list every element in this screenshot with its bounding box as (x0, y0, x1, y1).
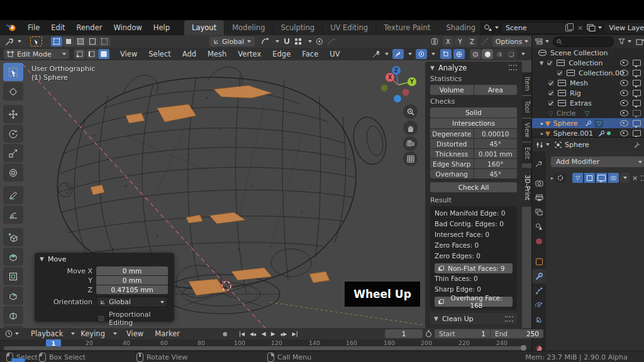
menu-edit[interactable]: Edit (45, 23, 70, 32)
workspace-tab-layout[interactable]: Layout (184, 20, 224, 35)
modifier-drag-handle[interactable] (641, 175, 644, 181)
falloff-curve-icon[interactable] (327, 38, 336, 45)
tab-tool[interactable] (532, 156, 546, 171)
outliner-search-input[interactable] (553, 36, 614, 47)
expand-icon[interactable]: ▸ (541, 121, 543, 126)
tool-transform[interactable] (3, 163, 23, 182)
panel-grip-icon[interactable] (505, 316, 513, 322)
sidebar-tab-3d-print[interactable]: 3D-Print (522, 168, 531, 207)
sidebar-tab-item[interactable]: Item (522, 72, 531, 95)
outliner-row-rig[interactable]: Rig (532, 88, 644, 98)
tool-select-box[interactable] (3, 63, 23, 81)
jump-to-end-button[interactable]: ▶| (292, 331, 297, 337)
collection-checkbox[interactable] (547, 99, 555, 107)
sidebar-tab-edit[interactable]: Edit (522, 143, 531, 163)
disable-viewport-icon[interactable] (633, 120, 641, 126)
tool-annotate[interactable] (3, 186, 23, 204)
vp-menu-face[interactable]: Face (296, 50, 324, 58)
disable-viewport-icon[interactable] (633, 80, 641, 86)
mirror-x-toggle[interactable]: X (443, 36, 453, 47)
properties-editor-icon[interactable] (536, 141, 543, 148)
vp-menu-uv[interactable]: UV (324, 50, 345, 58)
cleanup-panel-header[interactable]: ▼ Clean Up (430, 313, 517, 324)
modifier-delete-icon[interactable]: × (632, 174, 638, 182)
edge-select-icon[interactable] (86, 49, 97, 59)
tab-particles[interactable] (532, 283, 546, 298)
hide-eye-icon[interactable] (620, 60, 628, 66)
pan-hand-button[interactable] (403, 121, 418, 135)
hide-eye-icon[interactable] (620, 100, 628, 106)
hide-eye-icon[interactable] (620, 120, 628, 126)
vp-menu-add[interactable]: Add (177, 50, 202, 58)
frame-end-input[interactable]: End250 (491, 329, 543, 338)
expand-icon[interactable]: ▸ (541, 131, 543, 136)
shading-wireframe-icon[interactable] (470, 49, 481, 59)
area-button[interactable]: Area (474, 85, 518, 95)
scene-copy-icon[interactable] (565, 25, 572, 31)
outliner-filter-chevron-icon[interactable] (628, 40, 631, 43)
select-mode-new-icon[interactable] (51, 36, 62, 47)
transform-orientation-dropdown[interactable]: Global (209, 36, 255, 47)
move-panel-header[interactable]: ▼ Move (35, 253, 174, 265)
snap-toggle-chevron-icon[interactable] (408, 53, 412, 55)
blender-logo-icon[interactable] (6, 23, 17, 32)
properties-editor-chevron-icon[interactable] (546, 143, 550, 146)
move-y-input[interactable]: 0 mm (96, 276, 168, 285)
mode-dropdown[interactable]: Edit Mode (4, 49, 69, 59)
timeline-editor-icon[interactable] (5, 330, 13, 337)
analyze-panel-header[interactable]: ▼ Analyze (425, 62, 522, 74)
outliner-row-sphere[interactable]: ▸ ▼ Sphere ▽ (532, 118, 644, 128)
select-overhang-faces-button[interactable]: Overhang Face: 168 (435, 297, 513, 307)
timeline-menu-playback[interactable]: Playback (25, 329, 69, 338)
modifier-extras-dropdown[interactable] (620, 173, 630, 183)
modifier-expand-icon[interactable]: ▸ (551, 175, 553, 181)
view-layer-icon[interactable] (587, 24, 596, 31)
tool-measure[interactable] (3, 206, 23, 224)
timeline-scroll-handle[interactable] (521, 345, 526, 351)
record-button[interactable]: ● (220, 331, 230, 337)
timeline-menu-marker[interactable]: Marker (149, 329, 186, 338)
modifier-display-onecage-icon[interactable] (584, 173, 595, 183)
move-x-input[interactable]: 0 mm (96, 266, 168, 275)
workspace-tab-modeling[interactable]: Modeling (225, 20, 272, 35)
outliner-row-circle[interactable]: ▽ Circle ▽ (532, 108, 644, 118)
scene-name-field[interactable]: Scene (501, 22, 575, 34)
outliner-row-extras[interactable]: Extras (532, 98, 644, 108)
show-gizmo-icon[interactable] (440, 49, 452, 59)
collection-checkbox[interactable] (546, 59, 553, 67)
tool-inset-faces[interactable] (3, 267, 23, 285)
check-intersections-button[interactable]: Intersections (430, 118, 517, 128)
zoom-button[interactable] (403, 104, 418, 119)
check-distorted-row[interactable]: Distorted45° (430, 139, 517, 148)
outliner-row-scene-collection[interactable]: Scene Collection (532, 48, 644, 58)
shading-rendered-icon[interactable] (506, 49, 517, 59)
vp-menu-view[interactable]: View (114, 50, 143, 58)
mirror-icon[interactable] (430, 38, 439, 45)
sidebar-tab-view[interactable]: View (522, 119, 531, 141)
selectability-chevron-icon[interactable] (385, 53, 389, 55)
collection-checkbox[interactable] (556, 69, 564, 77)
timeline-menu-view[interactable]: View (121, 329, 149, 338)
face-select-icon[interactable] (98, 49, 109, 59)
tool-settings-chevron-icon[interactable] (18, 40, 21, 43)
timeline-editor-chevron-icon[interactable] (15, 332, 19, 335)
disable-viewport-icon[interactable] (633, 90, 641, 96)
outliner-filter-icon[interactable] (618, 38, 625, 45)
snap-target-chevron-icon[interactable] (275, 40, 279, 43)
vertex-select-icon[interactable] (74, 49, 86, 59)
vp-menu-vertex[interactable]: Vertex (232, 50, 267, 58)
tool-extrude-region[interactable] (3, 248, 23, 266)
tab-output[interactable] (532, 190, 546, 205)
disable-viewport-icon[interactable] (633, 60, 641, 66)
outliner-editor-chevron-icon[interactable] (545, 40, 549, 43)
volume-button[interactable]: Volume (430, 85, 474, 95)
ortho-grid-button[interactable] (403, 151, 418, 166)
scene-icon[interactable] (484, 24, 492, 31)
snap-with-icon[interactable] (294, 38, 302, 45)
play-reverse-button[interactable]: ◀ (262, 331, 266, 337)
shading-solid-icon[interactable] (482, 49, 493, 59)
options-dropdown[interactable]: Options (492, 36, 531, 47)
hide-eye-icon[interactable] (620, 90, 628, 96)
disable-viewport-icon[interactable] (633, 110, 641, 116)
select-mode-subtract-icon[interactable] (75, 36, 86, 47)
